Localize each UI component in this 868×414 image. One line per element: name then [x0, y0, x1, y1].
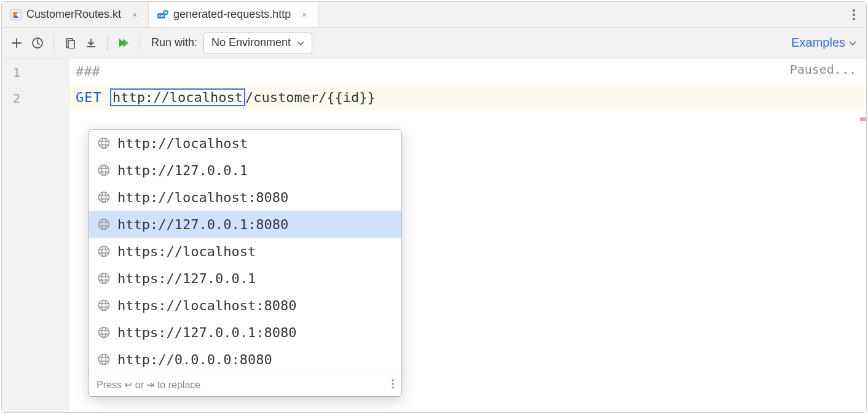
line-gutter: 1 2: [2, 58, 69, 412]
add-request-button[interactable]: [8, 34, 25, 52]
svg-point-8: [853, 14, 855, 16]
completion-item[interactable]: https://localhost:8080: [89, 292, 401, 319]
kotlin-file-icon: [10, 9, 22, 20]
svg-point-35: [392, 386, 393, 388]
svg-point-9: [853, 18, 855, 20]
http-host-selection[interactable]: http://localhost: [110, 88, 245, 106]
chevron-down-icon: [297, 36, 304, 49]
completion-item-label: http://127.0.0.1:8080: [117, 217, 288, 232]
error-stripe-mark[interactable]: [860, 117, 866, 121]
environment-selected-label: No Environment: [211, 36, 291, 49]
svg-rect-12: [68, 41, 74, 49]
svg-point-32: [102, 354, 106, 365]
completion-item-label: http://localhost:8080: [117, 190, 288, 205]
completion-popup: http://localhosthttp://127.0.0.1http://l…: [89, 129, 402, 397]
svg-point-6: [165, 11, 167, 14]
tab-customer-routes[interactable]: CustomerRoutes.kt ×: [2, 2, 149, 27]
tab-generated-requests[interactable]: API generated-requests.http ×: [149, 2, 318, 27]
svg-point-16: [102, 138, 106, 149]
svg-point-18: [102, 165, 106, 176]
code-line[interactable]: GET http://localhost /customer/{{id}}: [69, 84, 866, 110]
environment-select[interactable]: No Environment: [203, 33, 312, 53]
svg-point-27: [99, 300, 109, 311]
svg-point-15: [99, 138, 109, 149]
svg-point-33: [392, 379, 393, 381]
svg-point-23: [99, 246, 109, 257]
examples-label: Examples: [791, 36, 845, 50]
completion-hint: Press ↩ or ⇥ to replace: [97, 379, 200, 391]
close-icon[interactable]: ×: [299, 10, 309, 20]
kebab-menu-icon[interactable]: [842, 2, 866, 27]
completion-item-label: http://127.0.0.1: [117, 163, 248, 178]
code-line[interactable]: ###: [69, 58, 866, 84]
completion-item[interactable]: https://localhost: [89, 238, 401, 265]
completion-item-label: https://127.0.0.1:8080: [117, 325, 296, 340]
http-method: GET: [76, 90, 102, 105]
globe-icon: [98, 245, 110, 257]
completion-item[interactable]: http://0.0.0.0:8080: [89, 346, 401, 373]
completion-item[interactable]: http://localhost:8080: [89, 184, 401, 211]
http-client-toolbar: Run with: No Environment Examples: [2, 28, 866, 58]
globe-icon: [98, 164, 110, 176]
svg-point-34: [392, 383, 393, 385]
svg-point-26: [102, 273, 106, 284]
import-button[interactable]: [82, 34, 100, 52]
history-button[interactable]: [29, 34, 46, 52]
kebab-menu-icon[interactable]: [392, 379, 394, 391]
svg-text:API: API: [159, 14, 164, 18]
globe-icon: [98, 353, 110, 365]
svg-point-20: [102, 192, 106, 203]
globe-icon: [98, 218, 110, 230]
svg-point-30: [102, 327, 106, 338]
examples-dropdown[interactable]: Examples: [791, 36, 860, 50]
completion-footer: Press ↩ or ⇥ to replace: [89, 373, 401, 396]
svg-marker-14: [123, 39, 128, 47]
inspection-status: Paused...: [790, 62, 856, 77]
svg-point-25: [99, 273, 109, 284]
completion-item[interactable]: http://localhost: [89, 130, 401, 157]
svg-point-24: [102, 246, 106, 257]
svg-point-17: [99, 165, 109, 176]
convert-button[interactable]: [61, 34, 79, 52]
svg-point-28: [102, 300, 106, 311]
http-file-icon: API: [157, 9, 168, 20]
svg-point-19: [99, 192, 109, 203]
request-separator: ###: [76, 64, 100, 79]
globe-icon: [98, 137, 110, 149]
svg-point-22: [102, 219, 106, 230]
globe-icon: [98, 191, 110, 203]
chevron-down-icon: [849, 38, 856, 48]
completion-item-label: https://127.0.0.1: [117, 271, 256, 286]
run-with-label: Run with:: [151, 36, 197, 49]
completion-item[interactable]: https://127.0.0.1:8080: [89, 319, 401, 346]
globe-icon: [98, 299, 110, 311]
completion-item[interactable]: http://127.0.0.1: [89, 157, 401, 184]
completion-item-label: https://localhost: [117, 244, 256, 259]
completion-item[interactable]: https://127.0.0.1: [89, 265, 401, 292]
separator: [53, 35, 54, 51]
completion-item-label: http://0.0.0.0:8080: [117, 352, 272, 367]
svg-point-31: [99, 354, 109, 365]
editor-tabs: CustomerRoutes.kt × API generated-reques…: [2, 2, 866, 28]
completion-item[interactable]: http://127.0.0.1:8080: [89, 211, 401, 238]
close-icon[interactable]: ×: [130, 10, 140, 20]
globe-icon: [98, 326, 110, 338]
globe-icon: [98, 272, 110, 284]
completion-item-label: http://localhost: [117, 136, 248, 151]
completion-item-label: https://localhost:8080: [117, 298, 296, 313]
svg-point-21: [99, 219, 109, 230]
line-number: 2: [2, 85, 69, 111]
svg-point-7: [853, 9, 855, 12]
svg-point-29: [99, 327, 109, 338]
tab-label: CustomerRoutes.kt: [26, 8, 121, 21]
tab-label: generated-requests.http: [173, 8, 291, 21]
http-path: /customer/{{id}}: [245, 90, 376, 105]
separator: [140, 35, 140, 51]
line-number: 1: [2, 60, 69, 85]
run-all-button[interactable]: [115, 34, 132, 52]
separator: [107, 35, 108, 51]
